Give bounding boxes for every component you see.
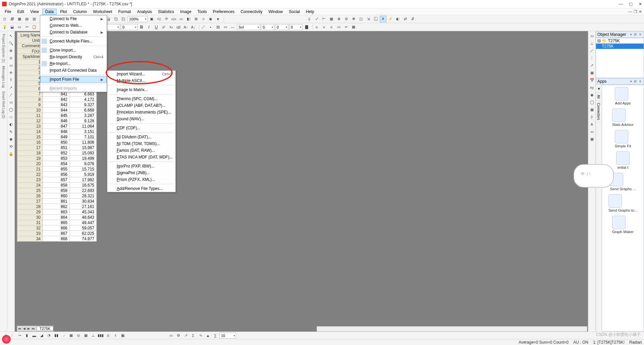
mask-icon[interactable]: ◐ xyxy=(394,16,401,22)
app-item[interactable]: Send Graphs ... xyxy=(610,173,636,191)
tree-root[interactable]: ⊟ 📁 T275K xyxy=(596,38,644,44)
dock-icon[interactable]: ◧ xyxy=(185,16,192,22)
bottom-combo[interactable]: 10 xyxy=(219,333,236,339)
xy-icon[interactable]: xy xyxy=(589,84,595,91)
wrap-icon[interactable]: ↵ xyxy=(343,24,350,30)
new-matrix-icon[interactable]: ▥ xyxy=(31,16,38,22)
table-row[interactable]: 2485816.675 xyxy=(17,183,97,188)
pattern-icon[interactable]: ▨ xyxy=(215,24,221,30)
label-icon[interactable]: A xyxy=(589,121,595,128)
anti-alias-icon[interactable]: Ӿ xyxy=(380,16,386,22)
mask2-icon[interactable]: ◐ xyxy=(8,121,14,128)
table2-icon[interactable]: ▦ xyxy=(589,69,595,76)
app-item[interactable]: Simple Fit xyxy=(615,130,631,148)
surface-icon[interactable]: ▦ xyxy=(68,332,74,339)
rescale-icon[interactable]: ⤢ xyxy=(313,16,320,22)
menu-preferences[interactable]: Preferences xyxy=(210,9,237,14)
table-row[interactable]: 3386762.025 xyxy=(17,231,97,236)
markers-icon[interactable]: ◉ xyxy=(589,91,595,98)
palette-icon[interactable]: ▇ xyxy=(303,24,310,30)
menu-bar[interactable]: FileEditViewDataPlotColumnWorksheetForma… xyxy=(0,8,644,15)
swap-icon[interactable]: ⇄ xyxy=(402,16,409,22)
2d-graphs-toolbar[interactable]: ／ ⋮ ⤳ ▮ ▬ ◢ ◔ ▮▮ ⟋ ▦ ◎ ▦ ⊥ ▮▮▮ ⫛ ⫴ ▦ ▭ ⚙… xyxy=(0,332,644,339)
subscript-icon[interactable]: x₂ xyxy=(168,24,174,30)
table-row[interactable]: 3086448.643 xyxy=(17,215,97,220)
line-plot-icon[interactable]: ／ xyxy=(589,47,595,54)
bold-icon[interactable]: B xyxy=(138,24,145,30)
table-row[interactable]: 1985319.499 xyxy=(17,156,97,161)
table-row[interactable]: 158497.101 xyxy=(17,134,97,140)
menu-image[interactable]: Image xyxy=(177,9,194,14)
line-scatter-icon[interactable]: ⤳ xyxy=(16,332,23,339)
lock-icon[interactable]: 🔒 xyxy=(8,150,14,157)
menu-item[interactable]: Add/Remove File Types... xyxy=(107,185,175,192)
data-reader-icon[interactable]: ⊙ xyxy=(8,55,14,61)
layer-add-icon[interactable]: ◫ xyxy=(358,16,364,22)
tools-toolbar[interactable]: ↖ 🔍 ⊕ ⊙ ▭ ✢ T ↗ ／ ▭ ◯ ⬭ ◐ ✎ ◉ ⟲ 🔒 xyxy=(7,31,15,332)
transpose-icon[interactable]: ⇵ xyxy=(409,16,416,22)
highlight-icon[interactable]: ◉ xyxy=(207,16,214,22)
menu-social[interactable]: Social xyxy=(286,9,303,14)
new-project-icon[interactable]: 🗋 xyxy=(1,16,8,22)
contour-icon[interactable]: ◎ xyxy=(75,332,82,339)
app-item[interactable]: Send Graphs to... xyxy=(608,194,637,212)
app-item[interactable]: Graph Maker xyxy=(612,216,634,234)
align-left-icon[interactable]: ≡ xyxy=(313,24,320,30)
pointer-icon[interactable]: ↖ xyxy=(8,32,14,39)
table-row[interactable]: 2686028.321 xyxy=(17,193,97,199)
import-from-file-submenu[interactable]: Import Wizard...Ctrl+3Multiple ASCII...I… xyxy=(107,70,176,192)
bar-plot-icon[interactable]: ▬ xyxy=(31,332,38,339)
new-excel-icon[interactable]: ▦ xyxy=(16,16,23,22)
tab-last-icon[interactable]: ⏭ xyxy=(31,327,36,330)
text-tool-icon[interactable]: T xyxy=(8,77,14,83)
table-row[interactable]: 228565.919 xyxy=(17,172,97,177)
apps-list[interactable]: Add AppsStats AdvisorSimple Fitential tS… xyxy=(602,85,644,332)
refresh-icon[interactable]: ⟳ xyxy=(163,16,170,22)
table-row[interactable]: 98439.327 xyxy=(17,102,97,108)
apps-tab-all[interactable]: All xyxy=(596,93,601,101)
table-row[interactable]: 3486874.977 xyxy=(17,236,97,242)
arrow-tool-icon[interactable]: ↗ xyxy=(8,84,14,91)
table-row[interactable]: 128469.128 xyxy=(17,118,97,124)
menu-item[interactable]: IgorPro (PXP, IBW)... xyxy=(107,163,175,169)
menu-analysis[interactable]: Analysis xyxy=(134,9,155,14)
table-row[interactable]: 148483.151 xyxy=(17,129,97,134)
menu-tools[interactable]: Tools xyxy=(195,9,209,14)
double-y-icon[interactable]: ⫛ xyxy=(105,332,111,339)
table-icon[interactable]: ▦ xyxy=(350,24,357,30)
merge-icon[interactable]: ⿺ xyxy=(372,16,379,22)
greek-icon[interactable]: αβ xyxy=(175,24,182,30)
menu-item[interactable]: NI TDM (TDM, TDMS)... xyxy=(107,140,175,147)
line-style-icon[interactable]: — xyxy=(229,24,236,30)
digitize-icon[interactable]: ⊹ xyxy=(200,16,207,22)
table-row[interactable]: 1785115.987 xyxy=(17,145,97,150)
menu-item[interactable]: Multiple ASCII... xyxy=(107,77,175,84)
sheet-tabs[interactable]: ⏮ ◀ ▶ ⏭ T275K xyxy=(17,326,54,332)
menu-item[interactable]: Prism (PZFX, XML)... xyxy=(107,176,175,183)
table-row[interactable]: 2185515.715 xyxy=(17,166,97,172)
table-row[interactable]: 88424.172 xyxy=(17,97,97,102)
menu-item[interactable]: CDF (CDF)... xyxy=(107,125,175,131)
apps-tab-connectors[interactable]: Connectors xyxy=(596,101,601,122)
copy-page-icon[interactable]: ⿻ xyxy=(113,16,119,22)
axes-icon[interactable]: ┼ xyxy=(306,16,313,22)
menu-window[interactable]: Window xyxy=(266,9,286,14)
grid-icon[interactable]: ▦ xyxy=(328,16,335,22)
new-graph-icon[interactable]: ▤ xyxy=(23,16,30,22)
font-size-combo[interactable]: 0 xyxy=(121,24,138,30)
menu-statistics[interactable]: Statistics xyxy=(155,9,177,14)
light-bulb-icon[interactable]: 💡 xyxy=(1,24,8,30)
rect-tool-icon[interactable]: ▭ xyxy=(8,99,14,106)
scatter-icon[interactable]: ⋮ xyxy=(589,55,595,61)
app-item[interactable]: ential t xyxy=(616,151,630,169)
table-row[interactable]: 118453.287 xyxy=(17,113,97,118)
tab-prev-icon[interactable]: ◀ xyxy=(22,327,26,330)
menu-item[interactable]: ETAS INCA MDF (DAT, MDF)... xyxy=(107,154,175,160)
tick-icon[interactable]: ⊢ xyxy=(321,16,327,22)
obj-icon[interactable]: ▭ xyxy=(589,128,595,135)
horizontal-scrollbar[interactable] xyxy=(317,326,587,332)
menu-item[interactable]: Re-Import... xyxy=(40,60,107,67)
arrow2-icon[interactable]: ↗ xyxy=(589,62,595,69)
menu-item[interactable]: Image to Matrix... xyxy=(107,86,175,93)
slide-icon[interactable]: ▭ xyxy=(178,16,184,22)
